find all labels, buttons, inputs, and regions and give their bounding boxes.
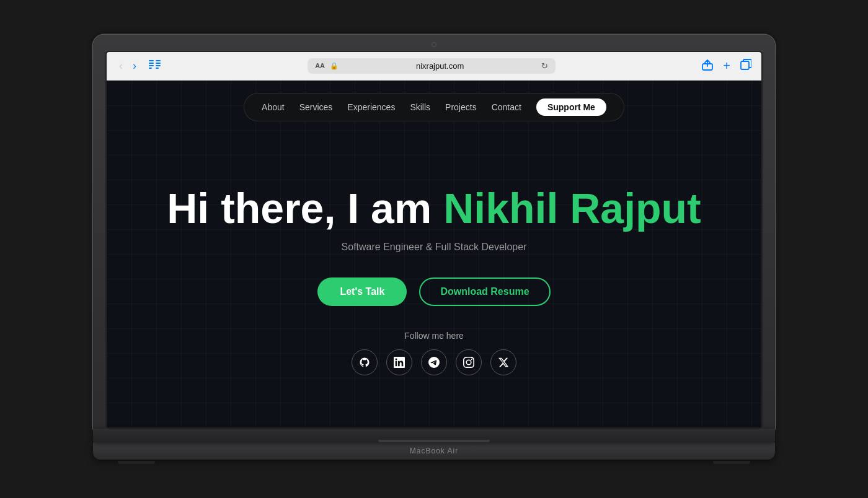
- nav-skills[interactable]: Skills: [410, 102, 430, 112]
- browser-chrome: ‹ › AA �: [107, 52, 761, 81]
- hero-section: Hi there, I am Nikhil Rajput Software En…: [154, 121, 714, 427]
- nav-experiences[interactable]: Experiences: [347, 102, 395, 112]
- svg-rect-7: [156, 68, 159, 69]
- forward-button[interactable]: ›: [130, 59, 139, 72]
- camera: [432, 42, 436, 47]
- reader-mode-label: AA: [315, 62, 325, 69]
- lets-talk-button[interactable]: Let's Talk: [317, 277, 407, 306]
- back-button[interactable]: ‹: [117, 59, 125, 72]
- macbook-bottom: [93, 429, 775, 442]
- share-button[interactable]: [702, 58, 713, 74]
- hero-heading: Hi there, I am Nikhil Rajput: [167, 185, 701, 232]
- camera-area: [105, 42, 763, 47]
- macbook-feet: [93, 461, 775, 464]
- nav-services[interactable]: Services: [299, 102, 333, 112]
- address-bar[interactable]: AA 🔒 nixrajput.com ↻: [308, 58, 556, 74]
- browser-nav: ‹ ›: [117, 59, 139, 72]
- svg-rect-0: [149, 60, 154, 61]
- macbook-frame: ‹ › AA �: [93, 35, 775, 464]
- linkedin-icon[interactable]: [386, 349, 412, 375]
- macbook-label: MacBook Air: [410, 447, 458, 455]
- nav-contact[interactable]: Contact: [492, 102, 521, 112]
- support-button[interactable]: Support Me: [536, 98, 606, 116]
- url-display: nixrajput.com: [343, 61, 536, 71]
- svg-rect-3: [149, 68, 152, 69]
- macbook-screen: ‹ › AA �: [105, 51, 763, 429]
- reader-icon[interactable]: [149, 59, 161, 72]
- nav-projects[interactable]: Projects: [445, 102, 477, 112]
- tabs-button[interactable]: [740, 59, 751, 73]
- macbook-hinge: [378, 440, 490, 442]
- reload-button[interactable]: ↻: [541, 61, 548, 71]
- hero-subtitle: Software Engineer & Full Stack Developer: [342, 242, 527, 253]
- x-twitter-icon[interactable]: [490, 349, 516, 375]
- telegram-icon[interactable]: [421, 349, 447, 375]
- svg-rect-4: [156, 60, 161, 61]
- instagram-icon[interactable]: [456, 349, 482, 375]
- svg-rect-1: [149, 63, 154, 64]
- social-icons: [352, 349, 516, 375]
- svg-rect-6: [156, 65, 161, 66]
- follow-label: Follow me here: [352, 331, 516, 341]
- navigation: About Services Experiences Skills Projec…: [244, 93, 624, 121]
- github-icon[interactable]: [352, 349, 378, 375]
- foot-left: [118, 461, 155, 464]
- svg-rect-5: [156, 63, 161, 64]
- lock-icon: 🔒: [330, 62, 339, 70]
- nav-about[interactable]: About: [262, 102, 285, 112]
- browser-actions: +: [702, 58, 751, 74]
- macbook-top: ‹ › AA �: [93, 35, 775, 429]
- macbook-label-bar: MacBook Air: [93, 442, 775, 460]
- hero-heading-pre: Hi there, I am: [167, 185, 443, 232]
- svg-rect-2: [149, 65, 154, 66]
- new-tab-button[interactable]: +: [723, 59, 730, 73]
- website-content: About Services Experiences Skills Projec…: [107, 81, 761, 427]
- hero-name: Nikhil Rajput: [443, 185, 701, 232]
- download-resume-button[interactable]: Download Resume: [419, 277, 550, 306]
- hero-buttons: Let's Talk Download Resume: [317, 277, 550, 306]
- svg-rect-9: [741, 61, 749, 69]
- foot-right: [713, 461, 750, 464]
- follow-section: Follow me here: [352, 331, 516, 375]
